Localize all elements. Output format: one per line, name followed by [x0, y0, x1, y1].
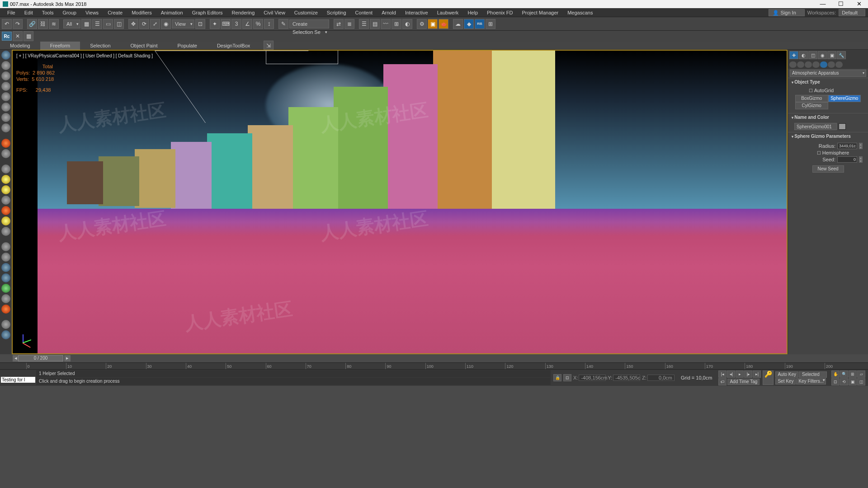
- schematic-view-button[interactable]: ⊞: [392, 19, 401, 29]
- mirror-button[interactable]: ⇄: [334, 19, 344, 29]
- curve-editor-button[interactable]: 〰: [381, 19, 391, 29]
- nav-zoom-extents-button[interactable]: ⊡: [831, 378, 840, 385]
- menu-content[interactable]: Content: [351, 8, 377, 17]
- snap-toggle-button[interactable]: 3: [231, 19, 241, 29]
- left-tool-22[interactable]: [1, 284, 10, 293]
- maxscript-listener[interactable]: Testing for l: [1, 377, 35, 383]
- move-button[interactable]: ✥: [128, 19, 138, 29]
- selection-filter-dropdown[interactable]: All: [63, 19, 80, 28]
- ribbon-selection[interactable]: Selection: [80, 42, 120, 50]
- menu-arnold[interactable]: Arnold: [377, 8, 401, 17]
- menu-civilview[interactable]: Civil View: [259, 8, 289, 17]
- menu-views[interactable]: Views: [81, 8, 103, 17]
- radius-input[interactable]: [837, 143, 857, 149]
- left-tool-4[interactable]: [1, 82, 10, 91]
- time-tag-icon[interactable]: 🏷: [718, 378, 726, 385]
- next-frame-button[interactable]: |▸: [744, 371, 752, 378]
- ribbon-freeform[interactable]: Freeform: [40, 42, 80, 50]
- left-tool-17[interactable]: [1, 227, 10, 236]
- scale-button[interactable]: ⤢: [150, 19, 160, 29]
- workspaces-dropdown[interactable]: Default: [839, 9, 865, 16]
- left-tool-23[interactable]: [1, 294, 10, 303]
- plugin-a-button[interactable]: ☁: [453, 19, 463, 29]
- maximize-button[interactable]: ☐: [832, 0, 850, 8]
- autogrid-checkbox[interactable]: ☐ AutoGrid: [791, 88, 865, 93]
- play-button[interactable]: ▸: [736, 371, 744, 378]
- rotate-button[interactable]: ⟳: [139, 19, 149, 29]
- left-tool-15[interactable]: [1, 206, 10, 215]
- edit-named-sel-button[interactable]: ✎: [278, 19, 288, 29]
- motion-tab-icon[interactable]: ◉: [818, 51, 827, 59]
- left-tool-10[interactable]: [1, 149, 10, 158]
- window-crossing-button[interactable]: ◫: [114, 19, 124, 29]
- nav-extra-button[interactable]: ◫: [857, 378, 865, 385]
- left-tool-9[interactable]: [1, 139, 10, 148]
- nav-max-toggle-button[interactable]: ▣: [849, 378, 857, 385]
- left-tool-21[interactable]: [1, 273, 10, 282]
- left-tool-19[interactable]: [1, 253, 10, 262]
- menu-megascans[interactable]: Megascans: [563, 8, 597, 17]
- time-next-button[interactable]: ▸: [64, 355, 71, 361]
- key-filters-dropdown[interactable]: Selected: [799, 371, 827, 378]
- lights-icon[interactable]: [805, 61, 812, 68]
- menu-create[interactable]: Create: [103, 8, 127, 17]
- plugin-c-button[interactable]: ⊞: [486, 19, 495, 29]
- link-button[interactable]: 🔗: [27, 19, 37, 29]
- left-tool-24[interactable]: [1, 305, 10, 314]
- left-tool-12[interactable]: [1, 175, 10, 184]
- left-tool-5[interactable]: [1, 92, 10, 101]
- display-tab-icon[interactable]: ▣: [827, 51, 836, 59]
- left-tool-16[interactable]: [1, 216, 10, 225]
- tool2-b-button[interactable]: ▦: [24, 31, 33, 41]
- spacewarps-icon[interactable]: [828, 61, 835, 68]
- add-time-tag-button[interactable]: Add Time Tag: [727, 379, 760, 385]
- tool2-a-button[interactable]: ✕: [13, 31, 23, 41]
- render-button[interactable]: 🫖: [439, 19, 448, 29]
- prev-frame-button[interactable]: ◂|: [727, 371, 735, 378]
- lock-selection-icon[interactable]: 🔒: [553, 374, 561, 381]
- menu-edit[interactable]: Edit: [20, 8, 38, 17]
- systems-icon[interactable]: [835, 61, 843, 68]
- object-color-swatch[interactable]: [839, 123, 846, 130]
- ribbon-designtoolbox[interactable]: DesignToolBox: [207, 42, 260, 50]
- material-editor-button[interactable]: ◐: [402, 19, 412, 29]
- left-tool-14[interactable]: [1, 196, 10, 205]
- pivot-button[interactable]: ⊡: [195, 19, 205, 29]
- left-tool-20[interactable]: [1, 263, 10, 272]
- seed-input[interactable]: [837, 156, 857, 163]
- key-mode-button[interactable]: 🔑: [763, 371, 774, 385]
- name-color-rollout[interactable]: Name and Color: [788, 113, 868, 121]
- left-tool-1[interactable]: [1, 51, 10, 60]
- left-tool-26[interactable]: [1, 330, 10, 339]
- nav-zoom-all-button[interactable]: ⊞: [849, 371, 857, 378]
- left-tool-11[interactable]: [1, 164, 10, 174]
- ref-coord-dropdown[interactable]: View: [172, 19, 194, 28]
- render-setup-button[interactable]: ⚙: [417, 19, 427, 29]
- spinner-snap-button[interactable]: ⟟: [264, 19, 274, 29]
- percent-snap-button[interactable]: %: [253, 19, 263, 29]
- ribbon-objectpaint[interactable]: Object Paint: [121, 42, 168, 50]
- modify-tab-icon[interactable]: ◐: [799, 51, 808, 59]
- layer-explorer-button[interactable]: ☰: [359, 19, 369, 29]
- close-button[interactable]: ✕: [850, 0, 868, 8]
- plugin-rb-button[interactable]: RB: [475, 19, 485, 29]
- timeline-ruler[interactable]: 0 10 20 30 40 50 60 70 80 90 100 110 120…: [0, 362, 868, 370]
- menu-rendering[interactable]: Rendering: [227, 8, 259, 17]
- align-button[interactable]: ≣: [344, 19, 354, 29]
- object-name-input[interactable]: [794, 123, 837, 130]
- plugin-b-button[interactable]: ◆: [464, 19, 474, 29]
- goto-start-button[interactable]: |◂: [718, 371, 726, 378]
- cylgizmo-button[interactable]: CylGizmo: [795, 102, 828, 109]
- time-slider[interactable]: ◂ 0 / 200 ▸: [0, 354, 868, 362]
- nav-orbit-button[interactable]: ⟲: [840, 378, 848, 385]
- auto-key-button[interactable]: Auto Key: [775, 371, 798, 378]
- keyboard-shortcut-button[interactable]: ⌨: [221, 19, 231, 29]
- nav-zoom-button[interactable]: 🔍: [840, 371, 848, 378]
- goto-end-button[interactable]: ▸|: [753, 371, 761, 378]
- angle-snap-button[interactable]: ∠: [242, 19, 252, 29]
- menu-interactive[interactable]: Interactive: [401, 8, 433, 17]
- left-tool-18[interactable]: [1, 242, 10, 251]
- hemisphere-checkbox[interactable]: ☐ Hemisphere: [791, 150, 865, 155]
- spheregizmo-button[interactable]: SphereGizmo: [828, 95, 861, 102]
- toggle-ribbon-button[interactable]: ▤: [370, 19, 380, 29]
